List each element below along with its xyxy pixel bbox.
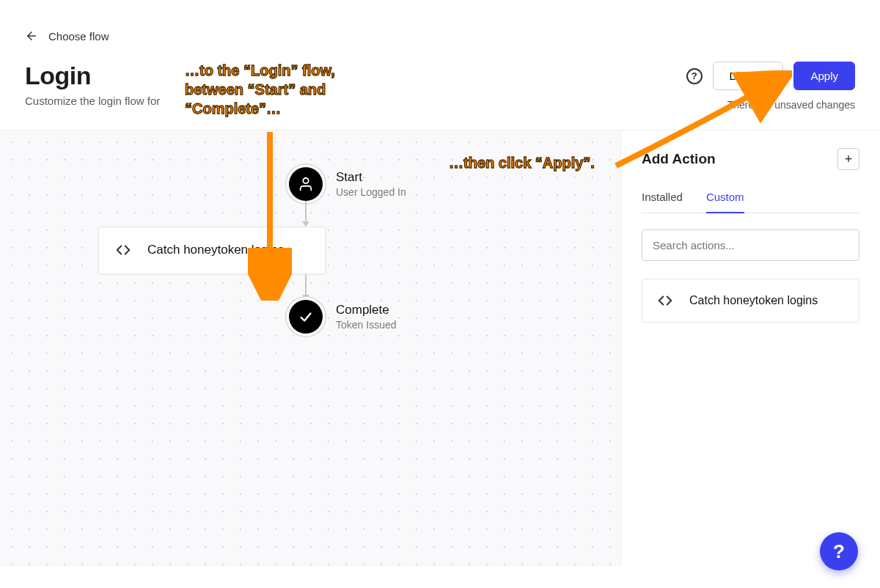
tab-custom[interactable]: Custom: [706, 191, 744, 213]
breadcrumb-label: Choose flow: [48, 30, 109, 43]
start-subtitle: User Logged In: [336, 186, 406, 198]
svg-point-1: [303, 178, 308, 183]
add-button[interactable]: +: [837, 148, 859, 170]
apply-button[interactable]: Apply: [793, 62, 855, 90]
flow-diagram: Start User Logged In Catch honeytoken lo…: [194, 167, 421, 334]
panel-tabs: Installed Custom: [642, 191, 859, 213]
code-icon: [115, 242, 131, 258]
tab-installed[interactable]: Installed: [642, 191, 683, 213]
complete-subtitle: Token Issued: [336, 319, 397, 331]
action-item-label: Catch honeytoken logins: [689, 293, 818, 309]
page-subtitle: Customize the login flow for: [25, 95, 160, 107]
breadcrumb-back[interactable]: Choose flow: [25, 29, 109, 43]
action-card-label: Catch honeytoken logins: [147, 242, 284, 259]
help-icon[interactable]: ?: [686, 68, 703, 84]
page-header: Choose flow Login Customize the login fl…: [0, 0, 880, 130]
flow-node-start[interactable]: Start User Logged In: [289, 167, 421, 201]
page-title: Login: [25, 62, 160, 90]
flow-canvas: Start User Logged In Catch honeytoken lo…: [0, 130, 880, 567]
start-title: Start: [336, 170, 406, 185]
complete-circle: [289, 300, 323, 334]
unsaved-changes-text: There are unsaved changes: [727, 99, 855, 111]
code-icon: [657, 293, 673, 309]
user-icon: [298, 176, 314, 192]
start-circle: [289, 167, 323, 201]
action-list-item[interactable]: Catch honeytoken logins: [642, 279, 859, 323]
add-action-panel: Add Action + Installed Custom Catch hone…: [620, 131, 880, 567]
check-icon: [298, 309, 314, 325]
search-input[interactable]: [642, 229, 859, 261]
flow-action-card[interactable]: Catch honeytoken logins: [98, 227, 326, 274]
back-arrow-icon: [25, 29, 38, 43]
flow-node-complete[interactable]: Complete Token Issued: [289, 300, 421, 334]
panel-title: Add Action: [642, 151, 716, 167]
discard-button[interactable]: Discard: [713, 62, 784, 90]
complete-title: Complete: [336, 303, 397, 317]
help-fab[interactable]: ?: [820, 532, 858, 570]
